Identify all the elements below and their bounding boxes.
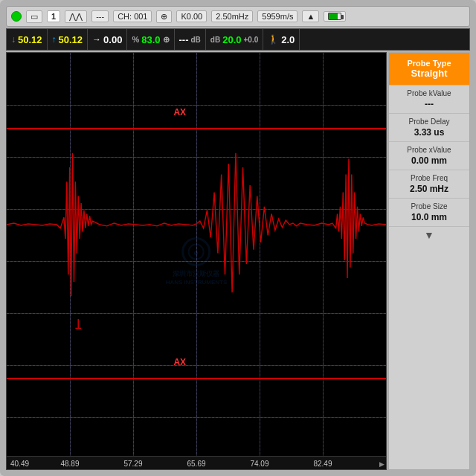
arrow-down-1: ↓	[11, 34, 16, 45]
waveform-icon: ⋀⋀	[65, 10, 87, 23]
walk-icon: 🚶	[268, 34, 279, 45]
meas-value-7: 2.0	[281, 34, 295, 45]
probe-type-item[interactable]: Probe Type Straight	[389, 53, 469, 86]
meas-item-1: ↓ 50.12	[7, 29, 48, 50]
meas-item-3: → 0.00	[88, 29, 127, 50]
probe-kvalue-label: Probe kValue	[393, 89, 465, 97]
probe-freq-label: Probe Freq	[393, 174, 465, 182]
probe-size-item[interactable]: Probe Size 10.0 mm	[389, 199, 469, 227]
x-label-3: 65.69	[187, 460, 205, 468]
scope-display: AX AX ⊕ 深圳市汉斯仪器 HANS INSTRUMENTS	[6, 52, 387, 470]
probe-delay-label: Probe Delay	[393, 118, 465, 126]
probe-xvalue-label: Probe xValue	[393, 146, 465, 154]
meas-item-4: % 83.0 ⊕	[127, 29, 174, 50]
db-label-2: dB	[210, 36, 220, 44]
frequency-display: 2.50mHz	[211, 10, 253, 22]
probe-freq-value: 2.50 mHz	[393, 184, 465, 194]
arrow-right-3: →	[92, 34, 101, 45]
main-area: AX AX ⊕ 深圳市汉斯仪器 HANS INSTRUMENTS	[6, 52, 470, 470]
channel-number: 1	[47, 10, 60, 22]
speed-display: 5959m/s	[257, 10, 298, 22]
probe-size-label: Probe Size	[393, 202, 465, 210]
screen-icon: ▭	[26, 10, 42, 23]
ch-display: CH: 001	[113, 10, 152, 22]
probe-size-value: 10.0 mm	[393, 212, 465, 222]
x-label-1: 48.89	[60, 460, 79, 468]
meas-value-6: 20.0	[222, 34, 241, 45]
x-axis-arrow: ▶	[379, 460, 385, 468]
pct-label: %	[132, 35, 139, 44]
waveform-line	[7, 153, 386, 296]
k-value: K0.00	[176, 10, 207, 22]
probe-type-value: Straight	[392, 68, 466, 79]
power-indicator	[11, 11, 22, 22]
probe-delay-value: 3.33 us	[393, 127, 465, 138]
meas-item-5: --- dB	[175, 29, 206, 50]
meas-value-2: 50.12	[59, 34, 83, 45]
meas-value-5: ---	[179, 34, 189, 45]
meas-item-2: ↑ 50.12	[48, 29, 89, 50]
db-label: dB	[191, 36, 201, 44]
meas-item-6: dB 20.0 +0.0	[206, 29, 263, 50]
probe-xvalue-value: 0.00 mm	[393, 155, 465, 166]
probe-type-label: Probe Type	[392, 59, 466, 68]
plus-value: +0.0	[244, 36, 259, 44]
status-bar: ▭ 1 ⋀⋀ --- CH: 001 ⊕ K0.00 2.50mHz 5959m…	[6, 6, 470, 27]
marker-icon: ▲	[302, 10, 319, 22]
waveform-svg	[7, 53, 386, 396]
probe-kvalue-value: ---	[393, 99, 465, 109]
measurement-bar: ↓ 50.12 ↑ 50.12 → 0.00 % 83.0 ⊕ --- dB d…	[6, 28, 470, 51]
x-label-0: 40.49	[10, 460, 29, 468]
x-label-4: 74.09	[250, 460, 268, 468]
battery-display	[324, 11, 346, 22]
dashes-item: ---	[91, 10, 109, 22]
meas-item-7: 🚶 2.0	[263, 29, 300, 50]
probe-xvalue-item[interactable]: Probe xValue 0.00 mm	[389, 142, 469, 170]
probe-kvalue-item[interactable]: Probe kValue ---	[389, 86, 469, 114]
arrow-up-2: ↑	[52, 34, 57, 45]
device-frame: ▭ 1 ⋀⋀ --- CH: 001 ⊕ K0.00 2.50mHz 5959m…	[0, 0, 476, 476]
meas-value-3: 0.00	[103, 34, 122, 45]
meas-value-4: 83.0	[141, 34, 160, 45]
scroll-down-arrow[interactable]: ▼	[389, 227, 469, 243]
x-label-2: 57.29	[123, 460, 142, 468]
probe-icon: ⊕	[156, 10, 172, 23]
db-icon: ⊕	[163, 35, 170, 45]
x-axis-bar: 40.49 48.89 57.29 65.69 74.09 82.49 ▶	[7, 456, 386, 469]
meas-value-1: 50.12	[18, 34, 42, 45]
probe-delay-item[interactable]: Probe Delay 3.33 us	[389, 114, 469, 142]
x-label-5: 82.49	[313, 460, 332, 468]
probe-freq-item[interactable]: Probe Freq 2.50 mHz	[389, 170, 469, 199]
right-panel: Probe Type Straight Probe kValue --- Pro…	[388, 52, 470, 470]
